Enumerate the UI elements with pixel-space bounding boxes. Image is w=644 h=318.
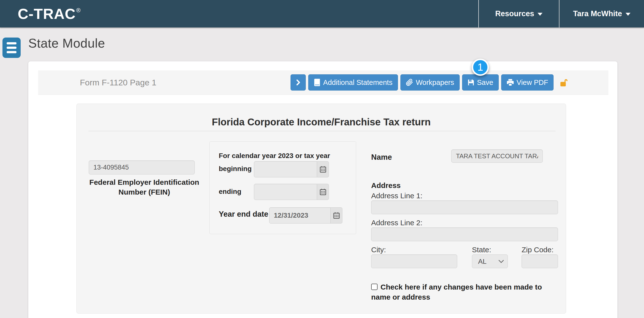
fein-label: Federal Employer Identification Number (… (79, 177, 210, 197)
tax-year-fieldset: For calendar year 2023 or tax year begin… (210, 141, 356, 234)
form-toolbar: Form F-1120 Page 1 Additional Statements… (38, 70, 608, 95)
nav-item-resources[interactable]: Resources (478, 0, 559, 27)
address-line2-label: Address Line 2: (371, 219, 422, 227)
year-end-calendar-button[interactable] (330, 207, 342, 224)
name-change-checkbox-label: Check here if any changes have been made… (371, 283, 542, 301)
calendar-icon (319, 188, 327, 195)
navbar-menu: Resources Tara McWhite (478, 0, 644, 27)
additional-statements-button[interactable]: Additional Statements (308, 74, 398, 91)
additional-statements-label: Additional Statements (323, 79, 392, 87)
registered-mark: ® (76, 7, 81, 14)
form-title: Florida Corporate Income/Franchise Tax r… (77, 117, 566, 128)
beginning-calendar-button[interactable] (317, 161, 329, 177)
paperclip-icon (406, 79, 413, 86)
tax-year-heading: For calendar year 2023 or tax year (219, 152, 330, 160)
page-title: State Module (28, 36, 105, 51)
form-panel: Florida Corporate Income/Franchise Tax r… (76, 104, 566, 314)
caret-down-icon (626, 13, 630, 16)
view-pdf-label: View PDF (517, 79, 548, 87)
form-page-title: Form F-1120 Page 1 (80, 78, 156, 87)
year-end-date-input[interactable] (269, 207, 330, 224)
view-pdf-button[interactable]: View PDF (501, 74, 554, 91)
calendar-icon (333, 212, 340, 219)
annotation-badge: 1 (472, 59, 489, 76)
year-end-date-label: Year end date (219, 210, 268, 219)
toolbar-buttons: Additional Statements Workpapers 1 Save (290, 74, 569, 91)
next-page-button[interactable] (290, 74, 306, 91)
save-floppy-icon (468, 79, 474, 86)
name-input[interactable] (451, 150, 543, 163)
ending-calendar-button[interactable] (317, 184, 329, 200)
content-card: Form F-1120 Page 1 Additional Statements… (28, 61, 618, 318)
book-icon (314, 79, 320, 86)
resources-label: Resources (495, 9, 534, 18)
address-line2-input[interactable] (371, 227, 558, 241)
nav-item-user-menu[interactable]: Tara McWhite (559, 0, 644, 27)
page-header: State Module (0, 27, 644, 62)
divider (88, 131, 556, 131)
state-select[interactable]: AL (472, 254, 508, 268)
printer-icon (506, 79, 514, 86)
zip-code-input[interactable] (522, 254, 558, 268)
city-input[interactable] (371, 254, 457, 268)
chevron-right-icon (294, 79, 302, 86)
address-line1-label: Address Line 1: (371, 192, 422, 200)
save-button[interactable]: 1 Save (462, 74, 499, 91)
workpapers-label: Workpapers (416, 79, 454, 87)
sidebar-menu-button[interactable] (2, 37, 21, 58)
unlock-icon (560, 78, 569, 87)
state-label: State: (472, 246, 491, 254)
workpapers-button[interactable]: Workpapers (400, 74, 460, 91)
beginning-date-input[interactable] (254, 161, 317, 177)
hamburger-icon (7, 42, 16, 44)
ending-date-input[interactable] (254, 184, 317, 200)
brand-logo[interactable]: C-TRAC® (18, 5, 81, 22)
beginning-label: beginning (219, 165, 252, 173)
name-change-row: Check here if any changes have been made… (371, 282, 555, 302)
top-navbar: C-TRAC® Resources Tara McWhite (0, 0, 644, 27)
user-name-label: Tara McWhite (573, 9, 622, 18)
caret-down-icon (538, 13, 542, 16)
unlock-toggle[interactable] (560, 78, 569, 87)
calendar-icon (319, 166, 327, 173)
name-label: Name (371, 153, 392, 162)
address-heading: Address (371, 181, 401, 190)
city-label: City: (371, 246, 386, 254)
brand-text: C-TRAC (18, 5, 76, 22)
address-line1-input[interactable] (371, 200, 558, 214)
zip-code-label: Zip Code: (522, 246, 554, 254)
save-label: Save (477, 79, 493, 87)
ending-label: ending (219, 188, 242, 195)
fein-input[interactable] (89, 160, 195, 174)
name-change-checkbox[interactable] (371, 284, 378, 290)
